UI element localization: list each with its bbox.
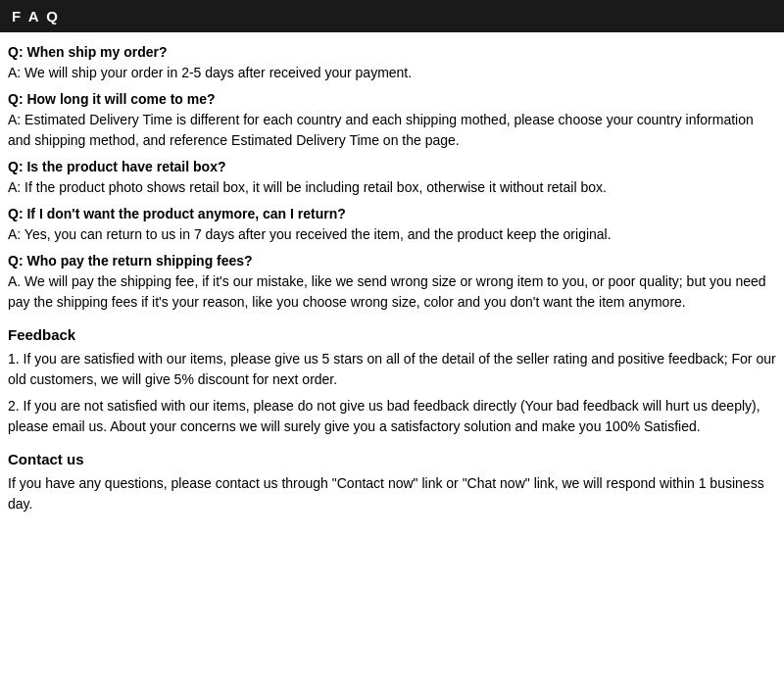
faq-question: Q: Is the product have retail box? bbox=[8, 159, 776, 174]
feedback-item: 1. If you are satisfied with our items, … bbox=[8, 349, 776, 390]
faq-answer: A: We will ship your order in 2-5 days a… bbox=[8, 63, 776, 83]
faq-answer: A: Yes, you can return to us in 7 days a… bbox=[8, 224, 776, 245]
faq-item: Q: If I don't want the product anymore, … bbox=[8, 206, 776, 245]
feedback-items: 1. If you are satisfied with our items, … bbox=[8, 349, 776, 437]
faq-question: Q: If I don't want the product anymore, … bbox=[8, 206, 776, 221]
faq-question: Q: When ship my order? bbox=[8, 44, 776, 60]
contact-section: Contact us If you have any questions, pl… bbox=[8, 451, 776, 514]
feedback-title: Feedback bbox=[8, 326, 776, 343]
contact-title: Contact us bbox=[8, 451, 776, 467]
contact-text: If you have any questions, please contac… bbox=[8, 473, 776, 514]
faq-answer: A: If the product photo shows retail box… bbox=[8, 177, 776, 198]
faq-answer: A. We will pay the shipping fee, if it's… bbox=[8, 271, 776, 313]
faq-header: F A Q bbox=[0, 0, 784, 32]
faq-item: Q: When ship my order?A: We will ship yo… bbox=[8, 44, 776, 83]
feedback-section: Feedback 1. If you are satisfied with ou… bbox=[8, 326, 776, 437]
faq-answer: A: Estimated Delivery Time is different … bbox=[8, 110, 776, 151]
faq-item: Q: Who pay the return shipping fees?A. W… bbox=[8, 253, 776, 313]
faq-title: F A Q bbox=[12, 8, 60, 24]
faq-item: Q: Is the product have retail box?A: If … bbox=[8, 159, 776, 198]
feedback-item: 2. If you are not satisfied with our ite… bbox=[8, 396, 776, 437]
faq-list: Q: When ship my order?A: We will ship yo… bbox=[8, 44, 776, 313]
faq-item: Q: How long it will come to me?A: Estima… bbox=[8, 91, 776, 151]
faq-question: Q: Who pay the return shipping fees? bbox=[8, 253, 776, 269]
faq-question: Q: How long it will come to me? bbox=[8, 91, 776, 107]
main-content: Q: When ship my order?A: We will ship yo… bbox=[0, 42, 784, 530]
